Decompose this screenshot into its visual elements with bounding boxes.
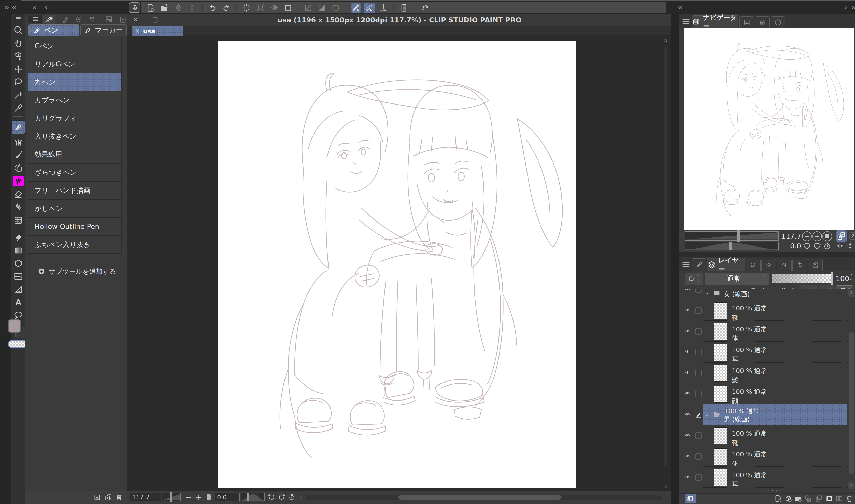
statusbar-zoom-slider[interactable] bbox=[162, 493, 181, 502]
operation-tool-icon[interactable] bbox=[13, 51, 23, 61]
window-maximize-button[interactable]: ▢ bbox=[152, 16, 159, 23]
subtool-category-tab[interactable] bbox=[59, 15, 72, 24]
chevron-right-icon[interactable]: › bbox=[841, 3, 850, 12]
layer-thumbnail[interactable] bbox=[714, 469, 727, 486]
transform-frame-icon[interactable] bbox=[282, 2, 293, 13]
zoom-100-button[interactable] bbox=[822, 231, 832, 241]
ruler-tool-icon[interactable] bbox=[13, 284, 23, 294]
actual-size-button[interactable] bbox=[849, 231, 855, 240]
import-subtool-icon[interactable] bbox=[93, 493, 101, 502]
merge-down-icon[interactable] bbox=[804, 494, 813, 503]
layer-thumbnail[interactable] bbox=[714, 344, 727, 361]
zoom-out-circle-button[interactable]: − bbox=[802, 231, 812, 241]
layer-thumbnail[interactable] bbox=[714, 448, 727, 465]
duplicate-subtool-icon[interactable] bbox=[104, 493, 112, 502]
tab-layer-folder-tab-icon[interactable] bbox=[761, 259, 776, 271]
layer-checkbox[interactable] bbox=[695, 328, 702, 335]
eye-icon[interactable] bbox=[683, 433, 691, 439]
help-icon[interactable]: ? bbox=[419, 2, 430, 13]
new-document-icon[interactable] bbox=[145, 2, 156, 13]
polygon-tool-icon[interactable] bbox=[13, 258, 23, 269]
divider-grip-icon[interactable] bbox=[22, 3, 31, 12]
new-layer-icon[interactable] bbox=[774, 494, 783, 503]
navigator-zoom-slider[interactable] bbox=[685, 231, 779, 240]
layer-row-0[interactable]: ⌄100 % 通常女 (線画) bbox=[679, 289, 855, 300]
airbrush-tool-icon[interactable] bbox=[13, 163, 23, 173]
updown-chevrons-icon[interactable] bbox=[187, 2, 197, 13]
statusbar-rotation-slider[interactable] bbox=[241, 493, 265, 502]
export-icon[interactable] bbox=[173, 2, 184, 13]
navigator-menu-button[interactable] bbox=[681, 17, 691, 25]
statusbar-rotation-value[interactable]: 0.0 bbox=[215, 493, 240, 502]
layer-scroll-up-button[interactable]: ∧ bbox=[849, 290, 855, 296]
liquify-tool-icon[interactable] bbox=[13, 215, 23, 225]
invert-selection-icon[interactable] bbox=[269, 2, 279, 13]
layer-checkbox[interactable] bbox=[695, 289, 702, 293]
eraser-tool-icon[interactable] bbox=[13, 189, 23, 199]
text-tool-icon[interactable]: A bbox=[13, 297, 23, 307]
opacity-value[interactable]: 100 bbox=[836, 275, 849, 283]
blend-mode-dropdown[interactable]: 通常 ⌃⌄ bbox=[705, 273, 769, 285]
eye-icon[interactable] bbox=[683, 370, 691, 376]
eye-icon[interactable] bbox=[683, 453, 691, 460]
zoom-in-button[interactable]: + bbox=[195, 492, 202, 502]
eye-icon[interactable] bbox=[683, 391, 691, 397]
layer-mask-icon[interactable] bbox=[825, 494, 834, 503]
opacity-stepper[interactable]: ⌃⌄ bbox=[850, 274, 853, 281]
layer-scrollbar-thumb[interactable] bbox=[849, 332, 854, 474]
subtool-item-1[interactable]: Gペン bbox=[29, 37, 121, 55]
eye-icon[interactable] bbox=[683, 412, 691, 418]
snap-grid-icon[interactable] bbox=[378, 2, 389, 13]
flip-horizontal-button[interactable] bbox=[836, 241, 844, 250]
subtool-category-tab[interactable] bbox=[86, 15, 98, 24]
canvas-scroll-down-icon[interactable]: ∨ bbox=[664, 483, 668, 489]
fit-to-window-button[interactable] bbox=[836, 230, 847, 241]
canvas-area[interactable]: ∧ ∨ bbox=[127, 36, 670, 491]
tab-layer-mask-tab-icon[interactable] bbox=[777, 259, 792, 271]
subtool-item-10[interactable]: かしペン bbox=[29, 200, 121, 218]
foreground-color-swatch[interactable] bbox=[8, 319, 21, 332]
tab-layer-property-tab-icon[interactable] bbox=[746, 259, 761, 271]
navigator-rotation-handle[interactable] bbox=[729, 241, 732, 250]
panel-layout-button[interactable] bbox=[684, 494, 696, 504]
layers-menu-button[interactable] bbox=[681, 260, 691, 268]
opacity-slider[interactable] bbox=[772, 274, 833, 283]
chevron-left-icon[interactable]: ‹ bbox=[42, 3, 50, 12]
layer-checkbox[interactable] bbox=[695, 370, 702, 376]
balloon-tool-icon[interactable] bbox=[13, 310, 23, 320]
delete-layer-icon[interactable] bbox=[845, 494, 854, 503]
divider-grip-icon[interactable] bbox=[685, 3, 694, 12]
navigator-rotation-slider[interactable] bbox=[685, 241, 779, 250]
subtool-item-2[interactable]: リアルGペン bbox=[29, 55, 121, 73]
layer-checkbox[interactable] bbox=[695, 391, 702, 397]
panel-collapse-left-icon[interactable]: « bbox=[676, 3, 684, 12]
eyedropper-tool-icon[interactable] bbox=[13, 103, 23, 113]
layer-thumbnail[interactable] bbox=[714, 428, 727, 444]
deselect-icon[interactable] bbox=[255, 2, 266, 13]
new-folder-icon[interactable] bbox=[794, 494, 803, 503]
gradient-tool-icon[interactable] bbox=[13, 246, 23, 255]
navigator-zoom-handle[interactable] bbox=[737, 230, 740, 242]
panel-collapse-left-icon[interactable]: « bbox=[10, 3, 18, 12]
rotate-ccw-button[interactable] bbox=[268, 493, 275, 501]
tab-close-icon[interactable]: ✕ bbox=[135, 28, 140, 34]
layer-thumbnail[interactable] bbox=[714, 386, 727, 402]
magenta-tool-slot[interactable] bbox=[13, 176, 24, 186]
eye-icon[interactable] bbox=[683, 289, 691, 293]
hand-tool-icon[interactable] bbox=[13, 38, 23, 48]
snap-special-ruler-icon[interactable] bbox=[364, 2, 375, 13]
opacity-slider-handle[interactable] bbox=[831, 272, 833, 285]
selection-fill-icon[interactable] bbox=[317, 2, 327, 13]
new-vector-layer-icon[interactable] bbox=[784, 494, 793, 503]
subtool-item-8[interactable]: ざらつきペン bbox=[29, 163, 121, 182]
magic-wand-tool-icon[interactable] bbox=[13, 90, 23, 100]
move-tool-icon[interactable] bbox=[13, 64, 23, 74]
tab-brush-size[interactable] bbox=[692, 258, 706, 271]
zoom-reset-button[interactable] bbox=[207, 494, 211, 500]
tool-menu-button[interactable] bbox=[14, 15, 23, 22]
layer-thumbnail[interactable] bbox=[714, 365, 727, 382]
figure-tool-icon[interactable] bbox=[14, 177, 23, 186]
subtool-item-7[interactable]: 効果線用 bbox=[29, 145, 121, 163]
layer-checkbox[interactable] bbox=[695, 349, 702, 356]
selected-tool-slot[interactable] bbox=[12, 120, 25, 134]
